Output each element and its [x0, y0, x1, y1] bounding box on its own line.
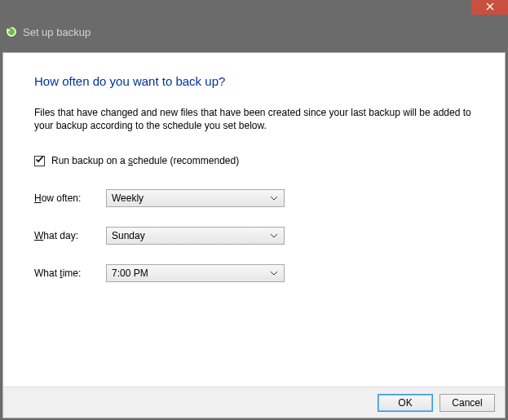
- schedule-checkbox-row: Run backup on a schedule (recommended): [34, 155, 474, 166]
- dialog: How often do you want to back up? Files …: [2, 52, 506, 418]
- button-bar: OK Cancel: [3, 387, 505, 418]
- how-often-select[interactable]: Weekly: [106, 189, 285, 207]
- dialog-content: How often do you want to back up? Files …: [3, 53, 505, 387]
- chevron-down-icon: [267, 234, 281, 238]
- how-often-label: How often:: [34, 192, 106, 204]
- chevron-down-icon: [267, 272, 281, 276]
- wizard-title: Set up backup: [23, 26, 91, 38]
- wizard-header: Set up backup: [0, 15, 508, 49]
- how-often-value: Weekly: [112, 192, 144, 204]
- what-day-select[interactable]: Sunday: [106, 227, 285, 245]
- what-time-label: What time:: [34, 267, 106, 279]
- how-often-row: How often: Weekly: [34, 189, 474, 207]
- titlebar: [0, 0, 508, 15]
- backup-wizard-icon: [5, 25, 18, 38]
- close-icon: [486, 2, 494, 13]
- what-time-row: What time: 7:00 PM: [34, 264, 474, 282]
- schedule-checkbox[interactable]: [34, 156, 45, 166]
- dialog-heading: How often do you want to back up?: [34, 74, 474, 88]
- checkmark-icon: [35, 155, 44, 166]
- dialog-description: Files that have changed and new files th…: [34, 106, 474, 132]
- what-time-select[interactable]: 7:00 PM: [106, 264, 285, 282]
- window-close-button[interactable]: [471, 0, 508, 15]
- schedule-checkbox-label: Run backup on a schedule (recommended): [51, 155, 239, 166]
- what-day-label: What day:: [34, 230, 106, 241]
- what-day-row: What day: Sunday: [34, 227, 474, 245]
- cancel-button[interactable]: Cancel: [440, 394, 495, 412]
- chevron-down-icon: [267, 197, 281, 201]
- what-day-value: Sunday: [112, 230, 145, 241]
- what-time-value: 7:00 PM: [112, 267, 148, 279]
- ok-button[interactable]: OK: [378, 394, 433, 412]
